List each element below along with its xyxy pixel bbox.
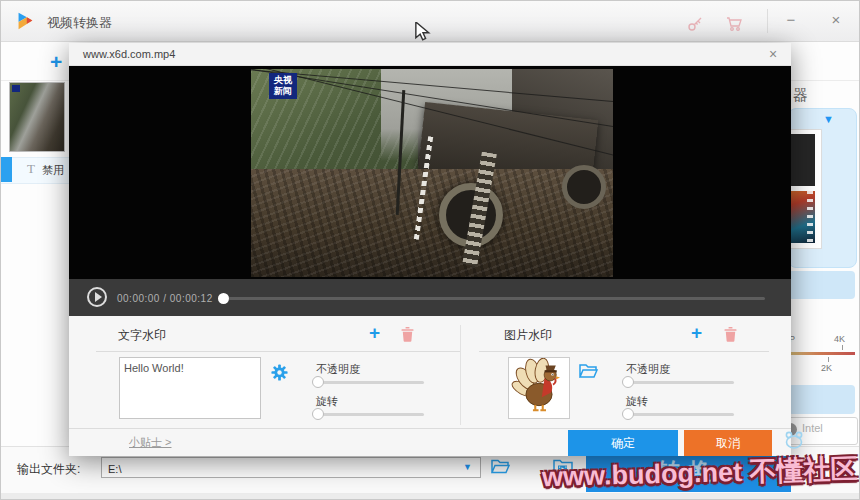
text-rotate-label: 旋转	[316, 394, 338, 409]
video-frame: 央视 新闻	[251, 69, 613, 277]
image-watermark-title: 图片水印	[504, 327, 552, 344]
partial-text: 器	[793, 86, 808, 105]
watermark-image-thumbnail[interactable]	[508, 357, 570, 419]
player-bar: 00:00:00 / 00:00:12	[69, 279, 791, 316]
section-divider	[96, 351, 461, 352]
text-watermark-title: 文字水印	[118, 327, 166, 344]
app-window: 视频转换器 − × + T 禁用 器 ▼ 0P 4K 2K Intel 输出文件…	[0, 0, 860, 500]
output-folder-combobox[interactable]	[101, 457, 481, 478]
text-opacity-handle[interactable]	[312, 376, 324, 388]
image-rotate-label: 旋转	[626, 394, 648, 409]
dialog-header	[69, 43, 791, 66]
cancel-button[interactable]: 取消	[684, 430, 772, 456]
turkey-image	[511, 358, 567, 416]
combobox-caret-icon[interactable]: ▼	[463, 462, 472, 472]
video-thumbnail[interactable]	[9, 82, 65, 152]
tips-link[interactable]: 小贴士 >	[129, 435, 171, 450]
add-image-watermark-button[interactable]: +	[691, 323, 702, 342]
seek-handle[interactable]	[218, 293, 229, 304]
browse-folder-icon[interactable]	[491, 458, 511, 475]
image-opacity-label: 不透明度	[626, 362, 670, 377]
app-title: 视频转换器	[47, 14, 112, 32]
text-settings-gear-icon[interactable]	[271, 364, 288, 381]
output-folder-label: 输出文件夹:	[17, 461, 80, 478]
tab-label: 禁用	[42, 163, 64, 178]
ok-button[interactable]: 确定	[568, 430, 678, 456]
play-icon	[95, 292, 102, 302]
output-folder-input[interactable]	[106, 459, 460, 478]
seek-bar[interactable]	[219, 297, 765, 300]
window-bottom-edge	[1, 493, 860, 500]
image-opacity-slider[interactable]	[626, 381, 734, 384]
delete-text-watermark-icon[interactable]	[401, 327, 414, 342]
browse-image-folder-icon[interactable]	[579, 363, 599, 379]
quality-label-4k: 4K	[834, 334, 845, 344]
close-window-button[interactable]: ×	[823, 11, 849, 28]
delete-image-watermark-icon[interactable]	[724, 327, 737, 342]
quality-slider[interactable]	[783, 352, 855, 355]
app-logo-icon	[14, 10, 36, 32]
add-text-watermark-button[interactable]: +	[369, 323, 380, 342]
settings-button[interactable]	[788, 385, 855, 414]
text-opacity-label: 不透明度	[316, 362, 360, 377]
text-rotate-handle[interactable]	[312, 408, 324, 420]
titlebar-divider	[767, 9, 768, 33]
column-divider	[460, 325, 461, 425]
quality-tick-4k	[842, 345, 843, 350]
add-files-button[interactable]: +	[50, 50, 62, 74]
dialog-title: www.x6d.com.mp4	[83, 48, 175, 60]
scene-debris	[251, 169, 613, 277]
text-rotate-slider[interactable]	[316, 413, 424, 416]
quality-label-2k: 2K	[821, 363, 832, 373]
cctv-news-badge: 央视 新闻	[269, 73, 297, 99]
register-key-icon[interactable]	[687, 16, 703, 32]
image-rotate-slider[interactable]	[626, 413, 734, 416]
image-rotate-handle[interactable]	[622, 408, 634, 420]
mouse-cursor	[414, 22, 432, 42]
dialog-close-icon[interactable]: ×	[769, 46, 777, 62]
image-opacity-handle[interactable]	[622, 376, 634, 388]
scene-wheel	[562, 165, 606, 209]
time-display: 00:00:00 / 00:00:12	[117, 293, 213, 304]
format-dropdown-caret-icon[interactable]: ▼	[823, 113, 834, 125]
minimize-button[interactable]: −	[778, 11, 804, 28]
cart-icon[interactable]	[726, 16, 743, 32]
section-divider	[479, 351, 769, 352]
tab-accent-bar	[1, 157, 12, 182]
format-option-button[interactable]	[788, 271, 855, 299]
text-opacity-slider[interactable]	[316, 381, 424, 384]
watermark-text-input[interactable]: Hello World!	[119, 357, 261, 419]
watermark-dialog: www.x6d.com.mp4 × 央视 新闻	[69, 43, 791, 456]
thumbnail-badge	[12, 85, 20, 92]
bear-icon	[781, 430, 807, 450]
text-icon: T	[27, 161, 35, 177]
footer-divider	[69, 428, 791, 429]
quality-tick-2k	[828, 357, 829, 362]
video-preview-area: 央视 新闻	[69, 66, 791, 279]
